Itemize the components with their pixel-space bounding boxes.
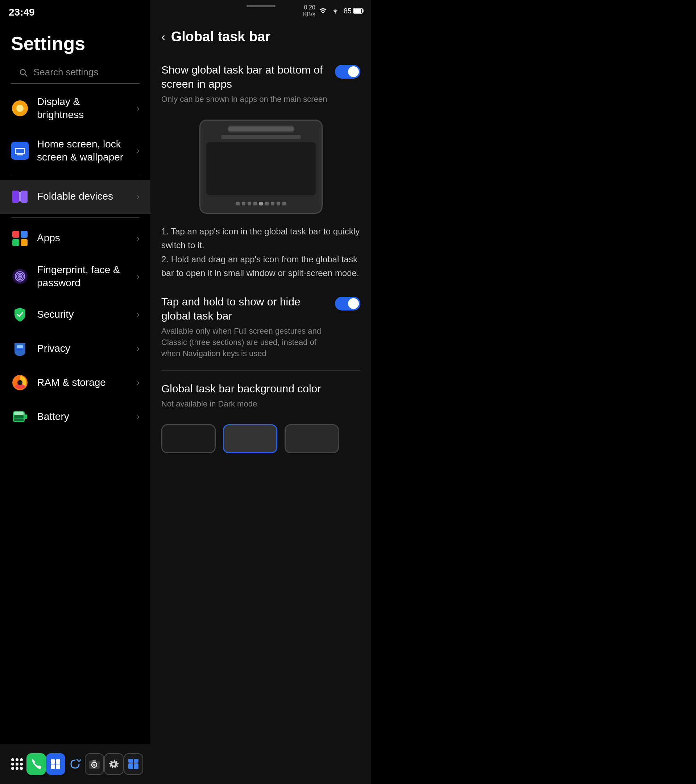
svg-rect-8	[12, 231, 19, 238]
battery-status: 85	[344, 7, 364, 15]
svg-point-24	[16, 758, 18, 761]
svg-rect-33	[56, 759, 60, 764]
menu-label-battery: Battery	[37, 410, 129, 423]
menu-label-home: Home screen, lock screen & wallpaper	[37, 138, 129, 164]
svg-rect-39	[92, 760, 96, 761]
chevron-display: ›	[137, 103, 140, 114]
instructions-text: 1. Tap an app's icon in the global task …	[161, 221, 360, 288]
svg-point-13	[19, 275, 21, 278]
chevron-security: ›	[137, 310, 140, 320]
menu-label-apps: Apps	[37, 232, 129, 245]
svg-rect-42	[134, 759, 139, 763]
privacy-icon	[11, 339, 29, 357]
sidebar-item-foldable[interactable]: Foldable devices ›	[0, 180, 150, 214]
swatch-dark[interactable]	[161, 424, 216, 453]
nav-camera[interactable]	[85, 753, 104, 775]
menu-label-fingerprint: Fingerprint, face & password	[37, 264, 129, 290]
network-speed: 0.20KB/s	[303, 4, 315, 18]
sidebar-item-home[interactable]: Home screen, lock screen & wallpaper ›	[0, 130, 150, 172]
svg-rect-48	[354, 9, 361, 13]
svg-point-26	[11, 763, 14, 766]
swatch-selected[interactable]	[223, 424, 277, 453]
svg-rect-47	[363, 10, 364, 12]
chevron-privacy: ›	[137, 343, 140, 354]
svg-point-29	[11, 767, 14, 770]
divider-right	[161, 370, 360, 371]
svg-rect-35	[56, 764, 60, 769]
svg-point-23	[11, 758, 14, 761]
menu-label-display: Display &brightness	[37, 95, 129, 122]
back-button[interactable]: ‹	[161, 30, 165, 43]
svg-rect-4	[17, 154, 23, 155]
svg-point-27	[16, 763, 18, 766]
foldable-icon	[11, 188, 29, 206]
setting-tap-hold: Tap and hold to show or hide global task…	[161, 287, 360, 366]
ram-icon	[11, 374, 29, 392]
time-display: 23:49	[9, 7, 35, 18]
setting3-subtitle: Not available in Dark mode	[161, 399, 360, 410]
setting1-title: Show global task bar at bottom of screen…	[161, 63, 328, 91]
wifi-icon	[331, 7, 340, 15]
svg-rect-11	[21, 239, 28, 246]
chevron-fingerprint: ›	[137, 271, 140, 282]
nav-dots[interactable]	[7, 753, 26, 775]
swatch-light[interactable]	[285, 424, 339, 453]
svg-rect-41	[128, 759, 133, 763]
right-status-bar: 0.20KB/s 85	[150, 0, 371, 22]
right-header: ‹ Global task bar	[150, 22, 371, 52]
svg-point-30	[16, 767, 18, 770]
sidebar-item-fingerprint[interactable]: Fingerprint, face & password ›	[0, 255, 150, 298]
nav-arc[interactable]	[65, 753, 84, 775]
sidebar-item-security[interactable]: Security ›	[0, 297, 150, 331]
drag-handle	[246, 5, 275, 7]
setting2-subtitle: Available only when Full screen gestures…	[161, 326, 328, 359]
svg-rect-6	[21, 191, 28, 203]
settings-title: Settings	[0, 22, 150, 62]
battery-level-icon	[353, 8, 364, 14]
svg-rect-3	[16, 149, 24, 153]
menu-label-ram: RAM & storage	[37, 376, 129, 389]
battery-icon-left	[11, 408, 29, 426]
device-bar-top	[228, 127, 294, 132]
sidebar-item-privacy[interactable]: Privacy ›	[0, 331, 150, 366]
setting1-toggle[interactable]	[335, 65, 360, 79]
svg-rect-9	[21, 231, 28, 238]
nav-phone[interactable]	[26, 753, 46, 775]
nav-settings[interactable]	[104, 753, 124, 775]
svg-rect-44	[134, 763, 139, 769]
sidebar-item-apps[interactable]: Apps ›	[0, 221, 150, 255]
svg-rect-20	[14, 418, 23, 421]
nav-dashboard[interactable]	[124, 753, 143, 775]
svg-rect-34	[51, 764, 55, 769]
svg-point-31	[20, 767, 23, 770]
setting3-title: Global task bar background color	[161, 382, 360, 395]
setting-bg-color: Global task bar background color Not ava…	[161, 374, 360, 417]
svg-rect-43	[128, 763, 133, 769]
search-bar[interactable]: Search settings	[11, 62, 140, 84]
divider-2	[11, 217, 140, 218]
svg-rect-15	[16, 345, 23, 348]
chevron-ram: ›	[137, 377, 140, 388]
svg-point-45	[335, 13, 336, 14]
security-icon	[11, 305, 29, 323]
nav-tasks[interactable]	[46, 753, 65, 775]
sidebar-item-battery[interactable]: Battery ›	[0, 400, 150, 434]
home-icon	[11, 142, 29, 160]
menu-label-security: Security	[37, 308, 129, 321]
setting2-toggle[interactable]	[335, 297, 360, 310]
signal-icon	[319, 7, 327, 15]
fingerprint-icon	[11, 267, 29, 285]
divider-1	[11, 176, 140, 176]
sidebar-item-ram[interactable]: RAM & storage ›	[0, 366, 150, 400]
svg-point-28	[20, 763, 23, 766]
setting1-subtitle: Only can be shown in apps on the main sc…	[161, 94, 328, 105]
device-bar-mid	[221, 135, 301, 139]
color-swatches	[161, 417, 360, 461]
sidebar-item-display[interactable]: Display &brightness ›	[0, 87, 150, 130]
right-content: Show global task bar at bottom of screen…	[150, 52, 371, 464]
svg-point-17	[17, 380, 23, 385]
chevron-home: ›	[137, 146, 140, 156]
search-placeholder: Search settings	[33, 67, 98, 78]
status-bar-left: 23:49	[0, 0, 150, 22]
device-dots	[236, 199, 286, 207]
